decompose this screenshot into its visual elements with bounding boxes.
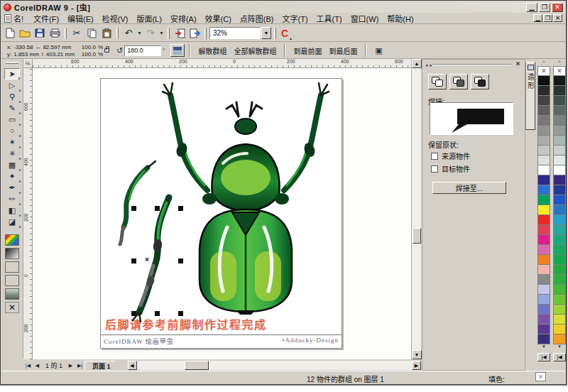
color-swatch[interactable] bbox=[537, 146, 550, 156]
restore-button[interactable]: ❐ bbox=[539, 3, 550, 12]
color-swatch[interactable] bbox=[537, 156, 550, 165]
docker-title-bar[interactable]: ●● ✕ bbox=[422, 60, 525, 70]
minimize-button[interactable]: ▁ bbox=[526, 3, 537, 12]
color-swatch[interactable] bbox=[537, 76, 550, 86]
import-button[interactable] bbox=[173, 26, 187, 40]
no-color-swatch[interactable]: ✕ bbox=[537, 66, 550, 76]
close-button[interactable]: ✕ bbox=[552, 3, 563, 12]
scroll-left-button[interactable]: ◀ bbox=[128, 361, 137, 370]
color-swatch[interactable] bbox=[553, 315, 566, 325]
color-swatch[interactable] bbox=[553, 215, 566, 225]
redo-dropdown[interactable]: ▼ bbox=[158, 26, 165, 40]
menu-item[interactable]: 安排(A) bbox=[166, 12, 201, 25]
ruler-origin[interactable]: ℅ bbox=[23, 59, 33, 68]
color-swatch[interactable] bbox=[553, 334, 566, 344]
no-fill-icon[interactable]: ✕ bbox=[5, 302, 19, 313]
mirror-buttons[interactable] bbox=[170, 44, 185, 57]
color-swatch[interactable] bbox=[553, 195, 566, 205]
print-button[interactable] bbox=[48, 26, 62, 40]
first-page-button[interactable]: |◀ bbox=[23, 361, 33, 370]
palette-expand-button[interactable]: |◀ bbox=[553, 353, 566, 361]
page-tab[interactable]: 页面 1 bbox=[84, 361, 124, 371]
to-back-button[interactable]: 到最后面 bbox=[325, 44, 361, 58]
polygon-tool-icon[interactable]: ✶ bbox=[4, 136, 20, 148]
selection-handle[interactable] bbox=[155, 311, 160, 316]
doc-minimize-button[interactable]: ▁ bbox=[533, 14, 542, 22]
color-swatch[interactable] bbox=[553, 255, 566, 265]
application-launcher-icon[interactable]: C bbox=[279, 28, 290, 39]
palette-scroll-up-icon[interactable]: ▲ bbox=[553, 59, 566, 66]
color-swatch[interactable] bbox=[537, 305, 550, 315]
color-swatch[interactable] bbox=[553, 225, 566, 235]
scroll-right-button[interactable]: ▶ bbox=[412, 361, 421, 370]
detached-legs-artwork[interactable] bbox=[104, 159, 182, 326]
selection-handle[interactable] bbox=[131, 206, 136, 211]
color-swatch[interactable] bbox=[537, 215, 550, 225]
undo-button[interactable]: ↶ bbox=[121, 26, 136, 40]
paste-button[interactable] bbox=[99, 26, 114, 40]
color-swatch[interactable] bbox=[537, 136, 550, 146]
two-color-fill-icon[interactable] bbox=[5, 234, 19, 246]
color-swatch[interactable] bbox=[537, 334, 550, 344]
menu-item[interactable]: 文字(T) bbox=[278, 12, 312, 25]
last-page-button[interactable]: ▶| bbox=[75, 361, 84, 370]
horizontal-ruler[interactable]: 6004002000200400600 bbox=[33, 59, 411, 68]
docker-grip[interactable]: ●● bbox=[425, 62, 432, 67]
color-swatch[interactable] bbox=[553, 146, 566, 156]
undo-dropdown[interactable]: ▼ bbox=[136, 26, 143, 40]
color-swatch[interactable] bbox=[537, 175, 550, 185]
color-swatch[interactable] bbox=[537, 255, 550, 265]
selection-center-marker[interactable]: × bbox=[145, 256, 149, 263]
selection-handle[interactable] bbox=[131, 258, 136, 263]
scroll-up-button[interactable]: ▲ bbox=[412, 59, 422, 68]
ungroup-button[interactable]: 解散群组 bbox=[195, 44, 230, 58]
x-position-value[interactable]: -330.58 bbox=[13, 44, 33, 50]
color-swatch[interactable] bbox=[537, 315, 550, 325]
color-swatch[interactable] bbox=[553, 265, 566, 275]
color-swatch[interactable] bbox=[553, 305, 566, 315]
color-swatch[interactable] bbox=[553, 205, 566, 215]
palette-scroll-up-icon[interactable]: ▲ bbox=[537, 59, 550, 66]
scale-h-value[interactable]: 100.0 bbox=[82, 44, 96, 50]
pattern-fill-icon[interactable] bbox=[5, 261, 19, 273]
menu-item[interactable]: 工具(T) bbox=[312, 12, 346, 25]
to-front-button[interactable]: 到最前面 bbox=[290, 44, 325, 58]
ungroup-all-button[interactable]: 全部解散群组 bbox=[230, 44, 280, 58]
y-position-value[interactable]: 1.853 mm bbox=[13, 51, 39, 58]
menu-item[interactable]: 检视(V) bbox=[98, 12, 133, 25]
selection-handle[interactable] bbox=[178, 258, 183, 263]
color-swatch[interactable] bbox=[537, 165, 550, 175]
color-swatch[interactable] bbox=[553, 165, 566, 175]
color-swatch[interactable] bbox=[537, 265, 550, 275]
color-swatch[interactable] bbox=[537, 116, 550, 126]
selection-handle[interactable] bbox=[131, 311, 136, 316]
palette-scroll-down-icon[interactable]: ▼ bbox=[537, 344, 550, 352]
scale-v-value[interactable]: 100.0 bbox=[82, 51, 96, 58]
color-swatch[interactable] bbox=[537, 205, 550, 215]
canvas[interactable]: 后脚请参考前脚制作过程完成 CorelDRAW 绘画甲虫 •Adducky-De… bbox=[33, 68, 411, 359]
selection-handle[interactable] bbox=[178, 311, 183, 316]
source-objects-checkbox[interactable] bbox=[431, 153, 438, 160]
horizontal-scroll-thumb[interactable] bbox=[185, 361, 209, 370]
cut-button[interactable]: ✂ bbox=[70, 26, 84, 40]
color-swatch[interactable] bbox=[553, 76, 566, 86]
weld-mode-button[interactable] bbox=[428, 74, 447, 89]
fountain-fill-icon[interactable] bbox=[5, 248, 19, 259]
vertical-scrollbar[interactable]: ▲ ▼ bbox=[411, 59, 421, 359]
rotation-angle-input[interactable]: 180.0 bbox=[124, 45, 161, 56]
color-swatch[interactable] bbox=[553, 116, 566, 126]
horizontal-scrollbar[interactable]: ◀ ▶ bbox=[128, 361, 421, 370]
color-swatch[interactable] bbox=[553, 185, 566, 195]
color-swatch[interactable] bbox=[553, 235, 566, 245]
export-button[interactable] bbox=[187, 26, 202, 40]
fill-tool-icon[interactable]: ◧ bbox=[4, 205, 20, 216]
color-swatch[interactable] bbox=[553, 175, 566, 185]
doc-restore-button[interactable]: ❐ bbox=[543, 14, 552, 22]
trim-mode-button[interactable] bbox=[449, 74, 468, 89]
color-swatch[interactable] bbox=[537, 195, 550, 205]
toolbox-grip[interactable] bbox=[6, 62, 18, 64]
zoom-level-input[interactable]: 32% bbox=[209, 27, 261, 39]
color-swatch[interactable] bbox=[553, 295, 566, 305]
outline-pen-tool-icon[interactable]: ✒ bbox=[4, 182, 20, 193]
pencil-outline-tool-icon[interactable]: ✏ bbox=[4, 193, 20, 205]
